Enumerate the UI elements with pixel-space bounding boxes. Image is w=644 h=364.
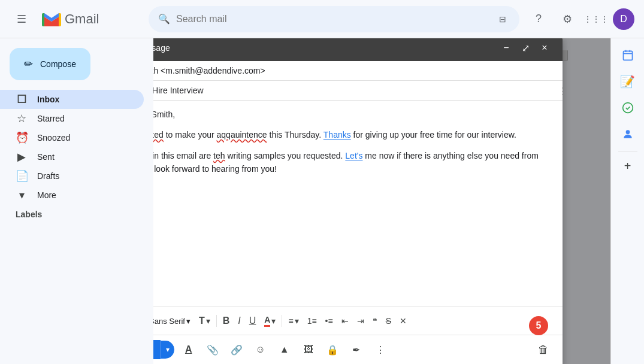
remove-format-button[interactable]: ✕ [396,312,410,330]
numbered-list-button[interactable]: 1≡ [304,312,321,330]
lock-message-button[interactable]: 🔒 [323,340,342,359]
compose-formatting-toolbar: ↩ ↪ Sans Serif ▾ T ▾ B I U A ▾ [153,307,563,335]
bullet-list-button[interactable]: •≡ [322,312,337,330]
blockquote-button[interactable]: ❝ [369,312,381,330]
side-panel-notes-icon[interactable]: 📝 [616,69,640,93]
side-panel-divider [618,151,637,151]
side-panel-tasks-icon[interactable] [616,96,640,120]
underline-button[interactable]: U [246,312,260,330]
strikethrough-button[interactable]: S [382,312,395,330]
labels-heading: Labels [0,205,153,222]
insert-link-button[interactable]: 🔗 [227,340,246,359]
avatar[interactable]: D [613,8,634,30]
compose-to-field[interactable]: Mike Smith <m.smith@addendive.com> [153,61,563,81]
search-icon: 🔍 [158,13,170,25]
compose-pen-icon: ✏ [24,57,33,71]
compose-modal-header: New Message − ⤢ × [153,38,563,61]
insert-photo-button[interactable]: 🖼 [299,340,318,359]
settings-icon[interactable]: ⚙ [555,7,579,31]
grammar-thanks: Thanks [323,130,351,139]
send-dropdown-button[interactable]: ▾ [161,341,174,359]
compose-label: Compose [40,59,76,69]
compose-body[interactable]: Dear Mr. Smith, I was delited to make yo… [153,101,563,307]
sidebar-item-label-inbox: Inbox [37,95,134,104]
google-drive-button[interactable]: ▲ [275,340,294,359]
side-panel-contacts-icon[interactable] [616,122,640,146]
font-color-dropdown-icon: ▾ [271,316,276,326]
spell-error-aqqauintence: aqqauintence [217,130,267,139]
bold-button[interactable]: B [219,312,234,330]
subject-text: RE: New Hire Interview [153,86,204,95]
inbox-icon: ☐ [16,93,28,106]
attach-file-button[interactable]: 📎 [203,340,222,359]
send-btn-wrapper: Send ▾ [153,340,174,359]
font-family-label: Sans Serif [153,317,185,326]
format-text-button[interactable]: A [179,340,198,359]
snoozed-icon: ⏰ [16,131,28,144]
align-dropdown-icon: ▾ [295,316,299,326]
grammar-lets: Let's [345,151,362,160]
insert-emoji-button[interactable]: ☺ [251,340,270,359]
body-para1: I was delited to make your aqqauintence … [153,128,553,141]
drafts-icon: 📄 [16,169,28,183]
sidebar-item-snoozed[interactable]: ⏰ Snoozed [0,128,144,147]
delete-draft-button[interactable]: 🗑 [534,340,553,359]
indent-decrease-button[interactable]: ⇤ [338,312,352,330]
side-panel-calendar-icon[interactable] [616,43,640,67]
sidebar-item-starred[interactable]: ☆ Starred [0,109,144,128]
italic-button[interactable]: I [234,312,244,330]
sidebar: ✏ Compose ☐ Inbox ☆ Starred ⏰ Snoozed ▶ … [0,38,153,364]
topbar-left: ☰ Gmail [10,7,141,31]
spell-error-teh: teh [213,151,225,160]
more-icon: ▾ [16,189,28,202]
spell-error-delited: delited [153,130,164,139]
sent-icon: ▶ [16,150,28,163]
close-button[interactable]: × [536,40,553,56]
maximize-button[interactable]: ⤢ [517,40,534,56]
sidebar-item-label-sent: Sent [37,152,134,162]
compose-subject-field[interactable]: RE: New Hire Interview [153,81,563,101]
sidebar-item-sent[interactable]: ▶ Sent [0,147,144,166]
sidebar-item-inbox[interactable]: ☐ Inbox [0,90,144,109]
minimize-button[interactable]: − [498,40,515,56]
font-size-dropdown[interactable]: T ▾ [195,312,214,330]
side-panel-add-button[interactable]: + [618,156,637,175]
sidebar-item-label-snoozed: Snoozed [37,133,134,142]
topbar-right: ? ⚙ ⋮⋮⋮ D [527,7,634,31]
search-bar[interactable]: 🔍 ⊟ [149,6,519,32]
svg-point-5 [625,130,630,134]
sidebar-item-more[interactable]: ▾ More [0,186,144,205]
body-para2: Attached in this email are teh writing s… [153,149,553,176]
gmail-logo: Gmail [41,8,99,30]
help-icon[interactable]: ? [527,7,551,31]
body-greeting: Dear Mr. Smith, [153,108,553,121]
main-layout: ✏ Compose ☐ Inbox ☆ Starred ⏰ Snoozed ▶ … [0,38,644,364]
align-button[interactable]: ≡ ▾ [285,312,302,330]
toolbar-divider-1 [216,315,217,327]
font-family-dropdown-icon: ▾ [186,317,191,326]
to-address: Mike Smith <m.smith@addendive.com> [153,66,265,75]
font-size-dropdown-icon: ▾ [206,316,210,326]
starred-icon: ☆ [16,112,28,125]
send-button[interactable]: Send [153,340,161,359]
sidebar-item-drafts[interactable]: 📄 Drafts [0,166,144,186]
more-actions-button[interactable]: ⋮ [371,340,390,359]
svg-point-4 [622,103,633,113]
sidebar-item-label-starred: Starred [37,114,134,123]
gmail-m-icon [41,8,62,30]
indent-increase-button[interactable]: ⇥ [353,312,368,330]
filter-icon[interactable]: ⊟ [495,11,510,28]
topbar: ☰ Gmail 🔍 ⊟ ? ⚙ ⋮⋮⋮ D [0,0,644,38]
notification-badge: 5 [529,316,548,335]
font-color-button[interactable]: A ▾ [261,312,279,330]
apps-icon[interactable]: ⋮⋮⋮ [584,7,608,31]
font-family-dropdown[interactable]: Sans Serif ▾ [153,312,194,330]
search-input[interactable] [176,14,489,25]
side-panel: 📝 + [610,38,644,364]
content-area: ‹ › 🖨 ⬜ ↩ ⋮ Manage the front desk and pe… [153,38,610,364]
gmail-text: Gmail [65,11,99,27]
signature-button[interactable]: ✒ [347,340,366,359]
svg-rect-0 [623,51,632,60]
compose-button[interactable]: ✏ Compose [10,48,90,80]
menu-icon[interactable]: ☰ [10,7,34,31]
